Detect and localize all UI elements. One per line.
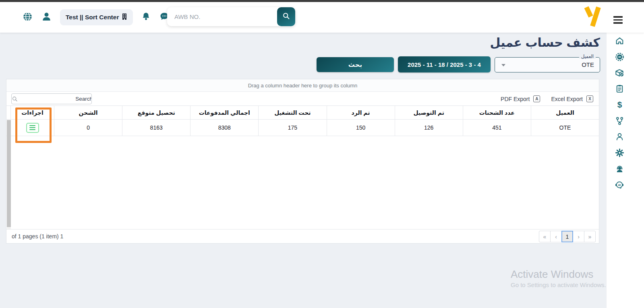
column-header-delivered[interactable]: تم التوصيل bbox=[395, 106, 463, 119]
sidebar-item-finance[interactable]: $ bbox=[607, 98, 632, 114]
gear-icon bbox=[615, 148, 625, 159]
bell-icon[interactable] bbox=[141, 12, 151, 23]
package-check-icon bbox=[614, 68, 625, 80]
svg-text:AI: AI bbox=[618, 184, 621, 186]
gear-badge-icon bbox=[615, 52, 625, 64]
group-by-hint[interactable]: Drag a column header here to group its c… bbox=[6, 79, 599, 92]
topbar: Test || Sort Center bbox=[0, 2, 644, 33]
sidebar-item-home[interactable] bbox=[607, 34, 632, 50]
activate-windows-watermark: Activate Windows Go to Settings to activ… bbox=[511, 268, 606, 288]
cell-returned: 150 bbox=[327, 120, 395, 136]
pdf-export-button[interactable]: PDF Export bbox=[501, 96, 530, 102]
chevron-down-icon bbox=[501, 64, 505, 66]
column-header-total-payments[interactable]: اجمالي المدفوعات bbox=[190, 106, 258, 119]
search-icon bbox=[12, 94, 18, 104]
awb-input[interactable] bbox=[167, 7, 295, 26]
watermark-line1: Activate Windows bbox=[511, 268, 606, 281]
workspace-badge-label: Test || Sort Center bbox=[66, 14, 119, 21]
top-strip bbox=[0, 0, 644, 2]
support-agent-icon bbox=[615, 164, 625, 176]
awb-search-button[interactable] bbox=[277, 7, 295, 26]
watermark-line2: Go to Settings to activate Windows. bbox=[511, 281, 606, 288]
sidebar: $ bbox=[606, 33, 644, 308]
cell-in-progress: 175 bbox=[258, 120, 326, 136]
svg-text:$: $ bbox=[617, 100, 622, 109]
column-header-shipping[interactable]: الشحن bbox=[54, 106, 122, 119]
pdf-icon[interactable]: A bbox=[533, 95, 540, 102]
prev-page-button[interactable]: ‹ bbox=[550, 231, 562, 242]
column-header-in-progress[interactable]: تحت التشغيل bbox=[258, 106, 326, 119]
sidebar-item-modules[interactable] bbox=[607, 50, 632, 66]
search-button[interactable]: بحث bbox=[317, 57, 394, 72]
table-header-row: العميل عدد الشحنات تم التوصيل تم الرد تح… bbox=[6, 106, 599, 120]
pager-bar: of 1 pages (1 item) 1 « ‹ 1 › » bbox=[6, 229, 599, 243]
column-header-actions[interactable]: اجراءات bbox=[10, 106, 54, 119]
last-page-button[interactable]: » bbox=[584, 231, 596, 242]
date-range-button[interactable]: 2025 - 11 - 18 / 2025 - 3 - 4 bbox=[398, 56, 491, 72]
column-header-client[interactable]: العميل bbox=[531, 106, 599, 119]
grid-search-input[interactable] bbox=[18, 94, 92, 104]
sidebar-item-shipments[interactable] bbox=[607, 66, 632, 82]
grid-toolbar: PDF Export A Excel Export X bbox=[6, 92, 599, 106]
cell-shipping: 0 bbox=[54, 120, 122, 136]
vertical-scrollbar-thumb[interactable] bbox=[7, 120, 11, 227]
cell-delivered: 126 bbox=[395, 120, 463, 136]
building-icon bbox=[122, 13, 127, 21]
branch-icon bbox=[615, 116, 625, 128]
user-icon[interactable] bbox=[41, 11, 52, 24]
cell-client: OTE bbox=[531, 120, 599, 136]
sidebar-item-ai-assistant[interactable]: AI bbox=[607, 178, 632, 194]
clipboard-icon bbox=[615, 84, 625, 95]
sidebar-item-settings[interactable] bbox=[607, 146, 632, 162]
home-icon bbox=[615, 36, 625, 48]
current-page-button[interactable]: 1 bbox=[561, 231, 573, 242]
sidebar-item-reports[interactable] bbox=[607, 82, 632, 98]
workspace-badge[interactable]: Test || Sort Center bbox=[60, 9, 133, 25]
grid-panel: Drag a column header here to group its c… bbox=[6, 79, 599, 244]
ai-assistant-icon: AI bbox=[614, 180, 625, 192]
person-icon bbox=[615, 132, 625, 143]
dollar-icon: $ bbox=[615, 100, 625, 112]
column-header-shipments-count[interactable]: عدد الشحنات bbox=[463, 106, 531, 119]
awb-search-group bbox=[167, 7, 295, 26]
table-row: OTE 451 126 150 175 8308 8163 0 bbox=[6, 120, 599, 136]
grid-search-box bbox=[11, 93, 92, 104]
excel-icon[interactable]: X bbox=[586, 95, 593, 102]
scrollbar-gutter bbox=[6, 106, 10, 119]
globe-icon[interactable] bbox=[22, 11, 33, 24]
pagination: « ‹ 1 › » bbox=[539, 231, 596, 242]
sidebar-item-profile[interactable] bbox=[607, 130, 632, 146]
menu-icon[interactable] bbox=[613, 16, 623, 25]
pager-summary: of 1 pages (1 item) 1 bbox=[12, 229, 63, 243]
first-page-button[interactable]: « bbox=[539, 231, 551, 242]
brand-logo-v bbox=[582, 5, 601, 30]
sidebar-item-support[interactable] bbox=[607, 162, 632, 178]
cell-actions bbox=[10, 120, 54, 136]
sidebar-item-workflow[interactable] bbox=[607, 114, 632, 130]
search-icon bbox=[282, 12, 291, 22]
client-select[interactable]: العميل OTE bbox=[495, 57, 600, 72]
cell-shipments-count: 451 bbox=[463, 120, 531, 136]
column-header-returned[interactable]: تم الرد bbox=[327, 106, 395, 119]
page-title: كشف حساب عميل bbox=[490, 35, 600, 50]
row-actions-button[interactable] bbox=[26, 123, 39, 133]
cell-expected-collection: 8163 bbox=[122, 120, 190, 136]
client-select-value: OTE bbox=[582, 58, 594, 72]
excel-export-button[interactable]: Excel Export bbox=[551, 96, 583, 102]
next-page-button[interactable]: › bbox=[573, 231, 584, 242]
column-header-expected-collection[interactable]: تحصيل متوقع bbox=[122, 106, 190, 119]
cell-total-payments: 8308 bbox=[190, 120, 258, 136]
